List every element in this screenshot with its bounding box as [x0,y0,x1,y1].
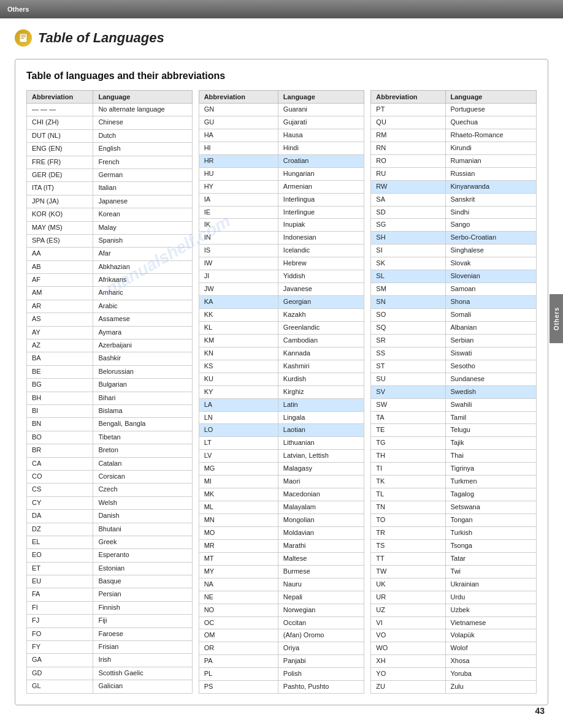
lang-cell: Afrikaans [93,274,192,287]
table-row: MAY (MS)Malay [27,221,193,234]
abbr-cell: KN [199,347,278,360]
lang-cell: Hindi [278,142,364,154]
abbr-cell: MG [199,463,278,476]
table-row: SGSango [371,219,537,232]
abbr-cell: MO [199,526,278,539]
table-row: SOSomali [371,309,537,322]
abbr-cell: UZ [371,604,445,616]
abbr-cell: LV [199,450,278,463]
abbr-cell: SI [371,245,445,257]
table-row: PSPashto, Pushto [199,681,364,694]
abbr-cell: LO [199,424,278,437]
lang-cell: Aymara [93,326,192,339]
lang-cell: French [93,156,192,169]
header-icon [15,29,32,47]
abbr-cell: AB [27,260,93,273]
lang-cell: Laotian [278,424,364,437]
abbr-cell: YO [371,668,445,681]
lang-cell: Thai [445,450,537,463]
lang-cell: Macedonian [278,488,364,501]
lang-cell: Lingala [278,411,364,424]
language-table-col1: Abbreviation Language — — —No alternate … [26,90,193,694]
lang-cell: Turkmen [445,476,537,488]
lang-cell: Javanese [278,283,364,296]
abbr-cell: KM [199,334,278,347]
table-row: THThai [371,450,537,463]
abbr-cell: TA [371,411,445,424]
table-row: EOEsperanto [27,549,193,562]
table-row: HUHungarian [199,167,364,180]
abbr-cell: KK [199,309,278,322]
abbr-cell: FI [27,601,93,614]
lang-cell: Latvian, Lettish [278,450,364,463]
abbr-cell: IS [199,245,278,257]
table-row: FAPersian [27,588,193,601]
lang-cell: Malayalam [278,501,364,514]
abbr-cell: PT [371,104,445,116]
table-row: CYWelsh [27,496,193,509]
lang-cell: Breton [93,444,192,457]
table-row: FYFrisian [27,641,193,654]
abbr-cell: MN [199,514,278,527]
lang-cell: Danish [93,510,192,523]
col3-header-abbr: Abbreviation [371,91,445,104]
lang-cell: Moldavian [278,526,364,539]
abbr-cell: TN [371,501,445,514]
section-title: Table of languages and their abbreviatio… [26,70,537,82]
svg-rect-2 [21,37,26,37]
lang-cell: Interlingua [278,193,364,206]
lang-cell: Chinese [93,116,192,129]
table-row: UZUzbek [371,604,537,616]
lang-cell: Kazakh [278,309,364,322]
lang-cell: Welsh [93,496,192,509]
lang-cell: Serbo-Croatian [445,232,537,245]
abbr-cell: AA [27,248,93,260]
lang-cell: Tsonga [445,539,537,552]
abbr-cell: MR [199,539,278,552]
col2-header-abbr: Abbreviation [199,91,278,104]
abbr-cell: LA [199,398,278,411]
abbr-cell: BN [27,418,93,431]
table-row: LTLithuanian [199,437,364,450]
lang-cell: Dutch [93,129,192,142]
abbr-cell: KA [199,296,278,309]
lang-cell: Tajik [445,437,537,450]
lang-cell: Tigrinya [445,463,537,476]
lang-cell: Cambodian [278,334,364,347]
abbr-cell: SD [371,206,445,219]
table-row: NANauru [199,578,364,591]
abbr-cell: IE [199,206,278,219]
lang-cell: Malagasy [278,463,364,476]
abbr-cell: OC [199,616,278,629]
abbr-cell: MK [199,488,278,501]
lang-cell: Icelandic [278,245,364,257]
abbr-cell: SU [371,373,445,385]
table-row: FIFinnish [27,601,193,614]
table-row: ELGreek [27,536,193,548]
abbr-cell: SA [371,193,445,206]
lang-cell: Swedish [445,385,537,398]
lang-cell: Persian [93,588,192,601]
table-row: MGMalagasy [199,463,364,476]
table-row: ISIcelandic [199,245,364,257]
abbr-cell: BH [27,392,93,404]
table-row: GNGuarani [199,104,364,116]
abbr-cell: TI [371,463,445,476]
abbr-cell: BO [27,431,93,444]
table-box: Table of languages and their abbreviatio… [15,59,548,705]
lang-cell: Kirghiz [278,385,364,398]
lang-cell: Kashmiri [278,360,364,373]
lang-cell: Wolof [445,642,537,655]
lang-cell: Greenlandic [278,321,364,334]
lang-cell: Fiji [93,615,192,628]
table-row: FJFiji [27,615,193,628]
table-row: ABAbkhazian [27,260,193,273]
lang-cell: Sindhi [445,206,537,219]
abbr-cell: KU [199,373,278,385]
table-row: TATamil [371,411,537,424]
abbr-cell: RN [371,142,445,154]
lang-cell: Kirundi [445,142,537,154]
table-row: WOWolof [371,642,537,655]
lang-cell: Tongan [445,514,537,527]
svg-rect-3 [21,38,24,39]
